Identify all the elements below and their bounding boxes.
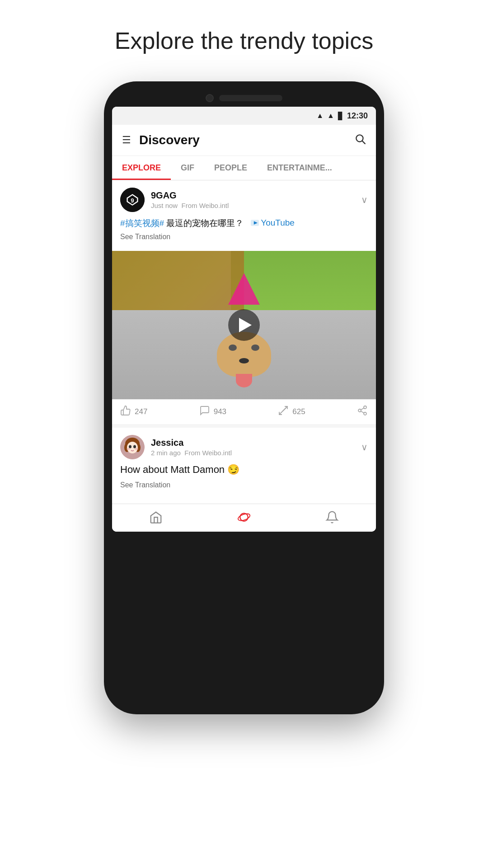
signal-icon: ▲: [327, 112, 334, 120]
post-text-2: How about Matt Damon 😏: [120, 464, 368, 476]
search-button[interactable]: [354, 133, 366, 147]
svg-point-9: [364, 412, 366, 415]
post-author-1: 9GAG: [151, 190, 361, 201]
tab-entertainment[interactable]: ENTERTAINME...: [257, 156, 342, 180]
tabs-bar: EXPLORE GIF PEOPLE ENTERTAINME...: [112, 156, 376, 180]
svg-point-19: [127, 448, 130, 450]
post-header-1: 9 9GAG Just now From Weibo.intl ∨: [112, 180, 376, 217]
comment-icon: [199, 405, 210, 419]
tab-people[interactable]: PEOPLE: [204, 156, 257, 180]
phone-top-bar: [112, 94, 376, 102]
post-card-1: 9 9GAG Just now From Weibo.intl ∨: [112, 180, 376, 424]
nav-discovery[interactable]: [200, 510, 288, 527]
status-icons: ▲ ▲ ▊ 12:30: [316, 111, 368, 121]
see-translation-1[interactable]: See Translation: [120, 233, 368, 241]
see-translation-2[interactable]: See Translation: [120, 481, 368, 489]
post-time-source-2: 2 min ago From Weibo.intl: [151, 449, 361, 457]
battery-icon: ▊: [338, 112, 343, 120]
app-header: ☰ Discovery: [112, 125, 376, 156]
like-button-1[interactable]: 247: [120, 405, 199, 419]
post-dropdown-1[interactable]: ∨: [361, 194, 368, 205]
status-time: 12:30: [347, 111, 368, 121]
tab-gif[interactable]: GIF: [171, 156, 204, 180]
post-content-1: #搞笑视频# 最逗的宠物在哪里？ YouTube See Translation: [112, 217, 376, 251]
repost-button-1[interactable]: 625: [278, 405, 357, 419]
page-heading: Explore the trendy topics: [115, 27, 373, 54]
avatar-9gag: 9: [120, 188, 145, 212]
svg-point-17: [129, 445, 131, 448]
video-thumbnail-1[interactable]: [112, 251, 376, 400]
svg-line-1: [362, 141, 365, 144]
comment-count-1: 943: [214, 407, 226, 416]
post-actions-1: 247 943 625: [112, 399, 376, 424]
hamburger-icon[interactable]: ☰: [122, 134, 131, 146]
tab-explore[interactable]: EXPLORE: [112, 156, 171, 180]
bell-icon: [325, 510, 339, 527]
post-header-2: Jessica 2 min ago From Weibo.intl ∨: [112, 428, 376, 464]
post-time-source-1: Just now From Weibo.intl: [151, 202, 361, 209]
post-text-1: #搞笑视频# 最逗的宠物在哪里？ YouTube: [120, 217, 368, 230]
status-bar: ▲ ▲ ▊ 12:30: [112, 107, 376, 125]
svg-text:9: 9: [131, 197, 134, 204]
home-icon: [149, 510, 163, 527]
like-icon: [120, 405, 131, 419]
post-author-2: Jessica: [151, 438, 361, 448]
nav-notifications[interactable]: [288, 510, 376, 527]
share-button-1[interactable]: [357, 405, 368, 419]
avatar-9gag-logo: 9: [120, 188, 145, 212]
repost-count-1: 625: [292, 407, 305, 416]
dog-hat: [228, 273, 260, 305]
app-title: Discovery: [139, 133, 354, 147]
discovery-planet-icon: [237, 510, 251, 527]
svg-point-16: [127, 442, 138, 453]
repost-icon: [278, 405, 289, 419]
bottom-nav: [112, 504, 376, 532]
like-count-1: 247: [135, 407, 147, 416]
post-content-2: How about Matt Damon 😏: [112, 464, 376, 481]
phone-camera: [206, 94, 214, 102]
post-card-2: Jessica 2 min ago From Weibo.intl ∨ How …: [112, 428, 376, 500]
avatar-jessica: [120, 435, 145, 459]
comment-button-1[interactable]: 943: [199, 405, 278, 419]
svg-line-11: [361, 408, 364, 410]
dog-tongue: [236, 374, 252, 387]
post-meta-1: 9GAG Just now From Weibo.intl: [151, 190, 361, 209]
post-hashtag[interactable]: #搞笑视频#: [120, 218, 164, 228]
phone-speaker: [219, 95, 282, 101]
svg-point-22: [237, 513, 251, 522]
play-triangle-icon: [239, 318, 252, 332]
post-yt-link[interactable]: YouTube: [261, 217, 295, 230]
svg-point-7: [364, 406, 366, 409]
svg-line-10: [361, 411, 364, 413]
svg-point-20: [135, 448, 138, 450]
wifi-icon: ▲: [316, 112, 324, 120]
jessica-avatar-img: [120, 435, 145, 459]
feed: 9 9GAG Just now From Weibo.intl ∨: [112, 180, 376, 500]
nav-home[interactable]: [112, 510, 200, 527]
phone-screen: ▲ ▲ ▊ 12:30 ☰ Discovery EXPLORE GIF PEOP…: [112, 107, 376, 532]
post-meta-2: Jessica 2 min ago From Weibo.intl: [151, 438, 361, 457]
post-dropdown-2[interactable]: ∨: [361, 442, 368, 453]
svg-point-8: [358, 409, 361, 412]
svg-point-18: [133, 445, 136, 448]
play-button[interactable]: [228, 309, 260, 341]
phone-shell: ▲ ▲ ▊ 12:30 ☰ Discovery EXPLORE GIF PEOP…: [104, 81, 384, 714]
